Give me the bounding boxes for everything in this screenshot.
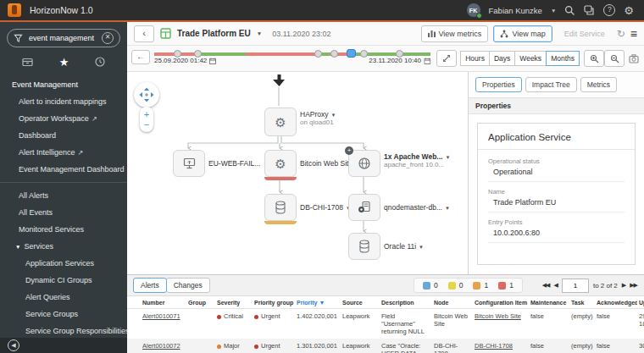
menu-hamburger-icon[interactable]: ≡ bbox=[630, 27, 637, 41]
sidebar-item-service-group-responsibilities[interactable]: Service Group Responsibilities bbox=[0, 323, 127, 339]
avatar[interactable]: FK bbox=[467, 3, 480, 17]
help-icon[interactable]: ? bbox=[603, 4, 615, 16]
all-applications-icon[interactable] bbox=[22, 57, 33, 67]
sidebar-item-alert-to-incident-mappings[interactable]: Alert to incident mappings bbox=[0, 93, 127, 110]
last-page-icon[interactable]: ▶▶ bbox=[630, 282, 637, 289]
node-eu-web-fail-label[interactable]: EU-WEB-FAIL...▼ bbox=[208, 159, 268, 168]
timeline-forward-icon[interactable]: → bbox=[424, 54, 432, 63]
column-header-maintenance[interactable]: Maintenance bbox=[529, 296, 569, 309]
column-header-number[interactable]: Number bbox=[141, 296, 186, 309]
calendar-icon[interactable] bbox=[209, 58, 216, 64]
sidebar-item-alert-queries[interactable]: Alert Queries bbox=[0, 289, 127, 306]
severity-badge[interactable]: 1 bbox=[473, 281, 488, 290]
view-metrics-button[interactable]: View metrics bbox=[421, 25, 489, 42]
service-caret-icon[interactable]: ▼ bbox=[257, 30, 262, 36]
severity-badge[interactable]: 0 bbox=[448, 281, 464, 290]
column-header-group[interactable]: Group bbox=[186, 296, 215, 309]
column-header-priority[interactable]: Priority ▼ bbox=[295, 296, 341, 309]
node-caret-icon[interactable]: ▼ bbox=[331, 113, 336, 118]
timeline-marker[interactable] bbox=[330, 50, 338, 58]
timeline-back-button[interactable]: ← bbox=[131, 50, 150, 64]
sidebar-item-dynamic-ci-groups[interactable]: Dynamic CI Groups bbox=[0, 272, 127, 289]
node-bitcoin-web-site[interactable]: ⚙ bbox=[264, 150, 297, 177]
next-page-icon[interactable]: ▶ bbox=[622, 282, 625, 289]
sidebar-item-all-events[interactable]: All Events bbox=[0, 204, 127, 221]
prev-page-icon[interactable]: ◀ bbox=[554, 282, 558, 289]
node-apache-web-label[interactable]: 1x Apache Web...▼ apache_front 10.0... bbox=[384, 152, 450, 168]
node-caret-icon[interactable]: ▼ bbox=[419, 245, 424, 250]
column-header-node[interactable]: Node bbox=[432, 296, 473, 309]
tab-alerts[interactable]: Alerts bbox=[133, 278, 167, 293]
map-zoom-out-button[interactable]: − bbox=[144, 119, 149, 130]
node-eu-web-fail[interactable] bbox=[173, 150, 205, 177]
column-header-priority_group[interactable]: Priority group bbox=[253, 296, 295, 309]
node-haproxy[interactable]: ⚙ bbox=[264, 108, 297, 136]
fit-timeline-icon[interactable] bbox=[436, 50, 457, 67]
tab-properties[interactable]: Properties bbox=[475, 77, 522, 92]
sidebar-search[interactable]: ✕ bbox=[7, 29, 120, 47]
snapshot-icon[interactable] bbox=[629, 54, 639, 63]
collapse-sidebar-icon[interactable]: ◀ bbox=[8, 339, 19, 351]
node-apache-web[interactable]: + bbox=[348, 150, 380, 177]
tab-changes[interactable]: Changes bbox=[166, 278, 210, 293]
range-button[interactable]: Months bbox=[546, 51, 580, 66]
timeline-marker[interactable] bbox=[314, 50, 322, 58]
node-caret-icon[interactable]: ▼ bbox=[445, 206, 450, 211]
node-qnodemaster-db-label[interactable]: qnodemaster-db...▼ bbox=[384, 203, 450, 212]
sidebar-item-event-management-dashboard[interactable]: Event Management Dashboard bbox=[0, 161, 127, 178]
sidebar-item-alert-intelligence[interactable]: Alert Intelligence↗ bbox=[0, 144, 127, 161]
node-oracle-11i-label[interactable]: Oracle 11i▼ bbox=[384, 242, 424, 251]
service-map-canvas[interactable]: + − ⚙ HAProxy▼ on qload01 EU-WEB-FAIL...… bbox=[127, 72, 468, 274]
sidebar-divider[interactable] bbox=[0, 182, 127, 183]
node-caret-icon[interactable]: ▼ bbox=[445, 155, 450, 160]
column-header-source[interactable]: Source bbox=[341, 296, 380, 309]
cell-number[interactable]: Alert0010072 bbox=[141, 339, 186, 353]
sidebar-item-service-groups[interactable]: Service Groups bbox=[0, 306, 127, 323]
range-button[interactable]: Days bbox=[489, 51, 515, 66]
user-name[interactable]: Fabian Kunzke bbox=[489, 6, 542, 15]
tab-impact-tree[interactable]: Impact Tree bbox=[525, 77, 577, 92]
record-link[interactable]: Alert0010071 bbox=[142, 312, 180, 320]
node-qnodemaster-db[interactable] bbox=[348, 194, 380, 221]
settings-gear-icon[interactable]: ⚙ bbox=[624, 5, 634, 16]
service-name[interactable]: Trade Platform EU bbox=[177, 29, 251, 38]
first-page-icon[interactable]: ◀◀ bbox=[542, 282, 550, 289]
map-zoom-in-button[interactable]: + bbox=[144, 109, 149, 119]
user-menu-caret-icon[interactable]: ▼ bbox=[551, 8, 556, 14]
range-button[interactable]: Weeks bbox=[514, 51, 547, 66]
sidebar-item-services[interactable]: ▼Services bbox=[0, 238, 127, 255]
edit-service-button[interactable]: Edit Service bbox=[558, 25, 612, 42]
history-clock-icon[interactable] bbox=[95, 57, 105, 67]
severity-badge[interactable]: 1 bbox=[498, 281, 514, 290]
favorites-star-icon[interactable]: ★ bbox=[59, 57, 69, 68]
sidebar-item-monitored-services[interactable]: Monitored Services bbox=[0, 221, 127, 238]
search-icon[interactable] bbox=[564, 5, 575, 16]
zoom-out-icon[interactable] bbox=[604, 50, 625, 67]
record-link[interactable]: DB-CHI-1708 bbox=[475, 342, 513, 350]
column-header-task[interactable]: Task bbox=[569, 296, 595, 309]
column-header-config_item[interactable]: Configuration Item bbox=[473, 296, 529, 309]
column-header-acknowledged[interactable]: Acknowledged bbox=[595, 296, 637, 309]
page-number-input[interactable] bbox=[562, 279, 589, 293]
node-haproxy-label[interactable]: HAProxy▼ on qload01 bbox=[300, 110, 336, 126]
column-header-updated[interactable]: Updated bbox=[637, 296, 644, 309]
sidebar-item-all-alerts[interactable]: All Alerts bbox=[0, 187, 127, 204]
column-header-severity[interactable]: Severity bbox=[215, 296, 253, 309]
timeline-marker-selected[interactable] bbox=[347, 49, 356, 58]
cell-config_item[interactable]: DB-CHI-1708 bbox=[473, 339, 529, 353]
clear-search-icon[interactable]: ✕ bbox=[102, 32, 114, 44]
node-db-chi-1708-label[interactable]: DB-CHI-1708▼ bbox=[300, 203, 351, 212]
node-db-chi-1708[interactable] bbox=[264, 194, 297, 221]
alert-row[interactable]: Alert0010071CriticalUrgent1.402.020,001L… bbox=[127, 309, 644, 339]
cell-number[interactable]: Alert0010071 bbox=[141, 309, 186, 339]
cell-config_item[interactable]: Bitcoin Web Site bbox=[473, 309, 529, 339]
app-logo-icon[interactable] bbox=[8, 3, 21, 17]
sidebar-item-operator-workspace[interactable]: Operator Workspace↗ bbox=[0, 110, 127, 127]
expand-cluster-badge[interactable]: + bbox=[345, 146, 353, 155]
tab-metrics[interactable]: Metrics bbox=[580, 77, 617, 92]
back-button[interactable]: ‹ bbox=[134, 25, 154, 42]
view-map-button[interactable]: View map bbox=[493, 25, 552, 42]
record-link[interactable]: Alert0010072 bbox=[142, 342, 180, 350]
column-header-description[interactable]: Description bbox=[380, 296, 432, 309]
sidebar-item-dashboard[interactable]: Dashboard bbox=[0, 127, 127, 144]
